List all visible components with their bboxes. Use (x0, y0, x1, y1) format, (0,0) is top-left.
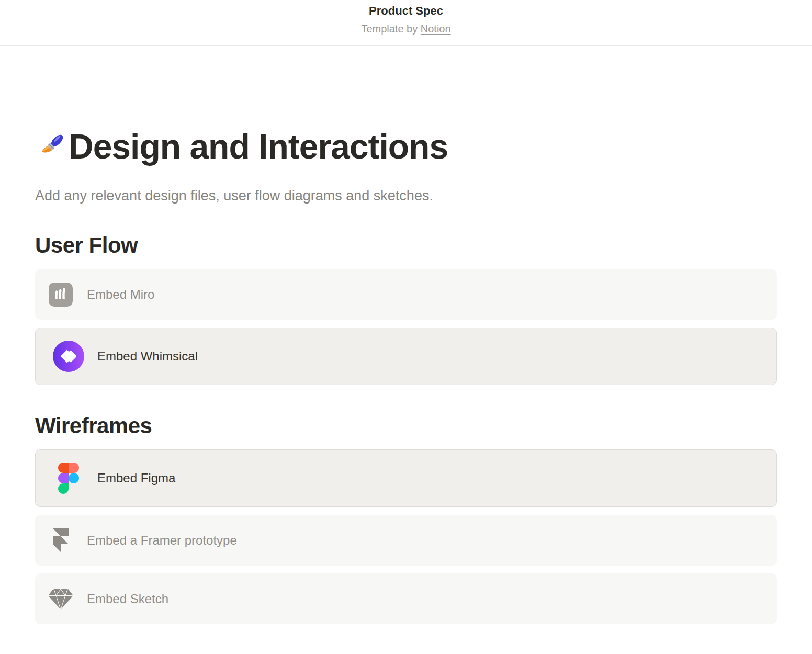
embed-label: Embed Whimsical (97, 348, 198, 364)
doc-byline: Template by Notion (361, 22, 450, 36)
page-title: Design and Interactions (69, 127, 448, 166)
miro-icon (48, 282, 73, 307)
doc-title: Product Spec (369, 4, 443, 18)
embed-sketch-placeholder[interactable]: Embed Sketch (35, 573, 777, 624)
embed-framer-placeholder[interactable]: Embed a Framer prototype (35, 515, 777, 566)
embed-label: Embed Sketch (87, 591, 168, 607)
sketch-icon (48, 587, 73, 612)
embed-miro-placeholder[interactable]: Embed Miro (35, 269, 777, 320)
whimsical-icon (53, 341, 84, 372)
embed-label: Embed a Framer prototype (87, 533, 237, 548)
topbar: Product Spec Template by Notion (0, 0, 812, 46)
embed-label: Embed Miro (87, 287, 154, 302)
framer-icon (48, 528, 73, 553)
figma-icon (53, 463, 84, 494)
paintbrush-icon (35, 130, 67, 163)
embed-whimsical[interactable]: Embed Whimsical (35, 328, 777, 385)
page-description: Add any relevant design files, user flow… (35, 187, 777, 205)
byline-prefix: Template by (361, 23, 420, 35)
embed-figma[interactable]: Embed Figma (35, 449, 777, 507)
section-heading-user-flow: User Flow (35, 233, 777, 258)
embed-label: Embed Figma (97, 470, 175, 486)
notion-link[interactable]: Notion (421, 23, 451, 35)
page-title-row: Design and Interactions (35, 127, 777, 166)
section-heading-wireframes: Wireframes (35, 413, 777, 438)
page-body: Design and Interactions Add any relevant… (35, 127, 777, 624)
